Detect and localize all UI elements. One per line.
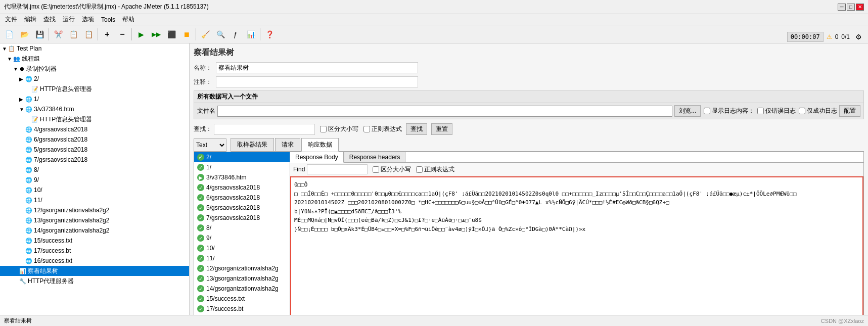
tb-remove-btn[interactable]: − [115, 27, 129, 41]
tb-cut-btn[interactable]: ✂️ [51, 27, 65, 41]
find-btn[interactable]: 查找 [406, 123, 427, 135]
tree-node-test-plan[interactable]: ▼ 📋 Test Plan [0, 43, 189, 54]
regex-checkbox[interactable] [363, 126, 370, 132]
result-item-6[interactable]: ✓ 6/gsrsaovsslca2018 [194, 193, 290, 203]
result-item-2[interactable]: ✓ 2/ [194, 152, 290, 162]
result-item-9[interactable]: ✓ 9/ [194, 233, 290, 243]
menu-edit[interactable]: 编辑 [21, 14, 39, 25]
tree-node-1[interactable]: ▶ 🌐 1/ [0, 94, 189, 104]
tb-add-btn[interactable]: + [100, 27, 114, 41]
inner-tab-response-body[interactable]: Response Body [290, 152, 344, 163]
tab-sampler-result[interactable]: 取样器结果 [231, 138, 274, 151]
tree-node-10[interactable]: 🌐 10/ [0, 185, 189, 195]
search-input[interactable] [214, 124, 315, 135]
tb-shutdown-btn[interactable]: ⏹ [179, 27, 194, 41]
minimize-btn[interactable]: ─ [838, 4, 846, 11]
reset-btn[interactable]: 重置 [431, 123, 452, 135]
menu-tools[interactable]: Tools [98, 15, 118, 24]
tree-node-view-results[interactable]: 📊 察看结果树 [0, 266, 189, 276]
tree-node-thread-group[interactable]: ▼ 👥 线程组 [0, 54, 189, 64]
response-body-content[interactable]: 0□□Ô□ □□Î0□□É□ +□□□□□0□□□□□'0□□μ0□□€□□□□… [290, 176, 863, 320]
tree-node-http-proxy[interactable]: 🔧 HTTP代理服务器 [0, 276, 189, 286]
tb-function-helper-btn[interactable]: ƒ [229, 27, 243, 41]
tb-new-btn[interactable]: 📄 [2, 27, 16, 41]
file-section: 所有数据写入一个文件 文件名 刘览... 显示日志内容： 仅错误日志 仅成功日志… [194, 90, 864, 123]
menu-options[interactable]: 选项 [79, 14, 97, 25]
find-label: Find [293, 166, 305, 173]
result-item-1[interactable]: ✓ 1/ [194, 162, 290, 172]
result-item-10[interactable]: ✓ 10/ [194, 243, 290, 253]
tree-node-17[interactable]: 🌐 17/success.bt [0, 246, 189, 256]
tree-node-6[interactable]: 🌐 6/gsrsaovsslca2018 [0, 134, 189, 145]
maximize-btn[interactable]: □ [847, 4, 855, 11]
tab-request[interactable]: 请求 [275, 138, 300, 151]
menu-file[interactable]: 文件 [2, 14, 20, 25]
name-input[interactable] [216, 62, 418, 73]
tree-node-16[interactable]: 🌐 16/success.txt [0, 256, 189, 266]
menu-find[interactable]: 查找 [40, 14, 59, 25]
tb-search-btn[interactable]: 🔍 [213, 27, 227, 41]
format-dropdown[interactable]: Text HTML JSON XML RegExp [194, 138, 226, 152]
statusbar-right: CSDN @XZxlaoz [821, 318, 864, 324]
find-case-checkbox[interactable] [373, 166, 379, 173]
tree-node-15[interactable]: 🌐 15/success.txt [0, 236, 189, 246]
result-item-5[interactable]: ✓ 5/gsrsaovsslca2018 [194, 203, 290, 213]
tree-node-7[interactable]: 🌐 7/gsrsaovsslca2018 [0, 155, 189, 165]
tree-node-2[interactable]: ▶ 🌐 2/ [0, 74, 189, 84]
tree-node-http-mgr-2[interactable]: 📝 HTTP信息头管理器 [0, 114, 189, 124]
browse-btn[interactable]: 刘览... [674, 105, 701, 117]
close-btn[interactable]: ✕ [856, 4, 864, 11]
tree-node-8[interactable]: 🌐 8/ [0, 165, 189, 175]
tb-save-btn[interactable]: 💾 [32, 27, 47, 41]
result-item-17[interactable]: ✓ 17/success.bt [194, 304, 290, 314]
tb-copy-btn[interactable]: 📋 [66, 27, 80, 41]
case-checkbox-label: 区分大小写 [320, 125, 358, 133]
comment-label: 注释： [194, 78, 214, 86]
result-item-15[interactable]: ✓ 15/success.txt [194, 294, 290, 304]
tree-node-11[interactable]: 🌐 11/ [0, 195, 189, 205]
result-item-7[interactable]: ✓ 7/gsrsaovsslca2018 [194, 213, 290, 223]
file-input[interactable] [217, 106, 672, 117]
result-item-13[interactable]: ✓ 13/gsorganizationvalsha2g [194, 273, 290, 284]
tree-node-3[interactable]: ▼ 🌐 3/v373846.htm [0, 104, 189, 114]
result-item-4[interactable]: ✓ 4/gsrsaovsslca2018 [194, 182, 290, 193]
config-btn[interactable]: 配置 [839, 105, 860, 117]
tb-stop-btn[interactable]: ⬛ [164, 27, 178, 41]
log-checkbox[interactable] [704, 108, 710, 114]
result-item-3[interactable]: ▶ 3/v373846.htm [194, 172, 290, 182]
tree-node-http-mgr-1[interactable]: 📝 HTTP信息头管理器 [0, 84, 189, 94]
menu-run[interactable]: 运行 [60, 14, 78, 25]
tb-clear-all-btn[interactable]: 🧹 [198, 27, 212, 41]
comment-input[interactable] [216, 76, 418, 87]
find-input[interactable] [307, 164, 368, 174]
result-dot: ✓ [197, 275, 204, 282]
settings-icon[interactable]: ⚙ [853, 31, 864, 42]
success-log-checkbox[interactable] [799, 108, 805, 114]
tb-start-no-pause-btn[interactable]: ▶▶ [149, 27, 163, 41]
tb-paste-btn[interactable]: 📋 [81, 27, 96, 41]
tb-open-btn[interactable]: 📂 [17, 27, 31, 41]
error-log-checkbox[interactable] [757, 108, 764, 114]
tree-node-4[interactable]: 🌐 4/gsrsaovsslca2018 [0, 124, 189, 134]
tree-node-9[interactable]: 🌐 9/ [0, 175, 189, 185]
tree-node-12[interactable]: 🌐 12/gsorganizationvalsha2g2 [0, 205, 189, 215]
menu-help[interactable]: 帮助 [119, 14, 138, 25]
tree-node-14[interactable]: 🌐 14/gsorganizationvalsha2g2 [0, 225, 189, 236]
tree-node-13[interactable]: 🌐 13/gsorganizationvalsha2g2 [0, 215, 189, 225]
inner-tab-response-headers[interactable]: Response headers [344, 152, 406, 162]
tab-response-data[interactable]: 响应数据 [301, 138, 339, 152]
tb-help-btn[interactable]: ❓ [262, 27, 277, 41]
result-item-11[interactable]: ✓ 11/ [194, 253, 290, 263]
search-label: 查找： [194, 125, 212, 133]
result-item-12[interactable]: ✓ 12/gsorganizationvalsha2g [194, 263, 290, 273]
tree-node-5[interactable]: 🌐 5/gsrsaovsslca2018 [0, 145, 189, 155]
result-item-8[interactable]: ✓ 8/ [194, 223, 290, 233]
tb-start-btn[interactable]: ▶ [134, 27, 148, 41]
tb-templates-btn[interactable]: 📊 [244, 27, 258, 41]
tree-node-record-controller[interactable]: ▼ ⏺ 录制控制器 [0, 64, 189, 74]
expand-icon: ▼ [13, 66, 19, 72]
result-item-14[interactable]: ✓ 14/gsorganizationvalsha2g [194, 284, 290, 294]
case-checkbox[interactable] [320, 126, 327, 132]
content-panel: 察看结果树 名称： 注释： 所有数据写入一个文件 文件名 刘览... 显示日志内… [190, 43, 868, 325]
find-regex-checkbox[interactable] [416, 166, 423, 173]
